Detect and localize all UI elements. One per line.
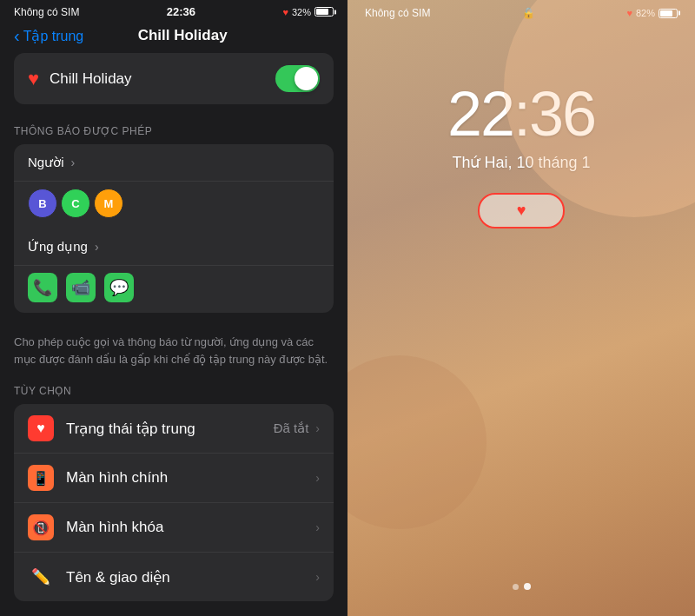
page-dots — [513, 583, 531, 590]
home-screen-row[interactable]: 📱 Màn hình chính › — [14, 454, 334, 503]
battery-shape-right — [659, 9, 678, 18]
time-left: 22:36 — [167, 5, 195, 18]
lock-screen-symbol: 📵 — [32, 520, 50, 536]
battery-fill-right — [660, 10, 672, 17]
lock-screen-icon: 📵 — [28, 514, 54, 540]
home-screen-name: Màn hình chính — [66, 469, 168, 486]
heart-icon-toggle: ♥ — [28, 68, 39, 90]
name-symbol: ✏️ — [31, 567, 50, 586]
main-content: ♥ Chill Holiday THÔNG BÁO ĐƯỢC PHÉP Ngườ… — [0, 53, 348, 616]
dot-2-active — [524, 583, 531, 590]
heart-status-icon: ♥ — [282, 7, 288, 17]
focus-status-name: Trạng thái tập trung — [66, 421, 195, 437]
name-right: › — [315, 570, 320, 584]
toggle-label: Chill Holiday — [50, 70, 265, 88]
right-panel-lock-screen: Không có SIM 🔒 ♥ 82% 22:36 Thứ Hai, 10 t… — [348, 0, 695, 616]
lock-screen-right: › — [315, 520, 320, 534]
chill-holiday-toggle[interactable] — [275, 65, 320, 92]
focus-status-right: Đã tắt › — [274, 421, 320, 436]
home-screen-right: › — [315, 471, 320, 485]
notification-description: Cho phép cuộc gọi và thông báo từ người,… — [0, 334, 348, 385]
home-screen-chevron-icon: › — [315, 471, 320, 485]
avatars-row: B C M — [14, 182, 334, 229]
messages-app-icon: 💬 — [104, 273, 134, 302]
avatar-m: M — [94, 189, 123, 218]
avatar-b: B — [28, 189, 57, 218]
battery-fill-left — [316, 9, 328, 15]
app-icons-row: 📞 📹 💬 — [14, 266, 334, 313]
battery-text-left: 32% — [292, 7, 311, 17]
back-chevron-icon: ‹ — [14, 27, 20, 44]
home-screen-symbol: 📱 — [32, 470, 50, 487]
bg-decoration-1 — [504, 0, 695, 217]
battery-area-left: ♥ 32% — [282, 7, 334, 17]
home-screen-text: Màn hình chính — [66, 469, 303, 487]
phone-app-icon: 📞 — [28, 273, 57, 302]
carrier-left: Không có SIM — [14, 6, 79, 18]
status-bar-left: Không có SIM 22:36 ♥ 32% — [0, 0, 348, 23]
battery-shape-left — [314, 7, 334, 17]
focus-status-symbol: ♥ — [36, 421, 45, 436]
focus-status-value: Đã tắt — [274, 421, 309, 436]
bg-decoration-2 — [348, 355, 486, 529]
people-chevron-icon: › — [71, 156, 76, 169]
apps-label: Ứng dụng — [28, 239, 88, 255]
focus-status-text: Trạng thái tập trung — [66, 420, 261, 438]
lock-screen-chevron-icon: › — [315, 520, 320, 534]
name-chevron-icon: › — [315, 570, 320, 584]
lock-screen-name: Màn hình khóa — [66, 519, 163, 535]
apps-row[interactable]: Ứng dụng › — [14, 229, 334, 266]
people-label: Người — [28, 155, 64, 170]
name-text: Tên & giao diện — [66, 568, 303, 586]
lock-screen-row[interactable]: 📵 Màn hình khóa › — [14, 503, 334, 553]
avatar-c: C — [61, 189, 90, 218]
notification-section: Người › B C M Ứng dụng › 📞 📹 💬 — [14, 144, 334, 313]
name-icon: ✏️ — [28, 564, 54, 590]
focus-widget-heart-icon: ♥ — [517, 202, 526, 220]
focus-widget[interactable]: ♥ — [478, 193, 565, 229]
name-row[interactable]: ✏️ Tên & giao diện › — [14, 553, 334, 601]
back-button[interactable]: ‹ Tập trung — [14, 28, 83, 44]
back-label: Tập trung — [23, 28, 84, 44]
notifications-section-header: THÔNG BÁO ĐƯỢC PHÉP — [0, 125, 348, 144]
toggle-row: ♥ Chill Holiday — [14, 53, 334, 104]
nav-title: Chill Holiday — [83, 27, 281, 44]
facetime-app-icon: 📹 — [66, 273, 96, 302]
dot-1 — [513, 584, 519, 590]
focus-status-chevron-icon: › — [315, 421, 320, 435]
options-section: ♥ Trạng thái tập trung Đã tắt › 📱 Màn hì… — [14, 404, 334, 601]
home-screen-icon: 📱 — [28, 465, 54, 491]
name-option-name: Tên & giao diện — [66, 569, 170, 586]
lock-screen-text: Màn hình khóa — [66, 519, 303, 536]
nav-bar: ‹ Tập trung Chill Holiday — [0, 23, 348, 53]
people-row[interactable]: Người › — [14, 144, 334, 182]
apps-chevron-icon: › — [95, 240, 99, 254]
left-panel: Không có SIM 22:36 ♥ 32% ‹ Tập trung Chi… — [0, 0, 348, 616]
focus-status-row[interactable]: ♥ Trạng thái tập trung Đã tắt › — [14, 404, 334, 454]
carrier-right: Không có SIM — [365, 7, 430, 19]
options-section-header: TÙY CHỌN — [0, 385, 348, 404]
focus-status-icon: ♥ — [28, 415, 54, 441]
